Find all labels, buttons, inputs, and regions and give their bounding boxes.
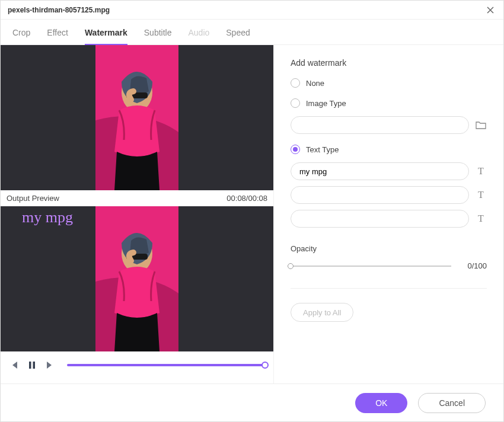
opacity-value: 0/100 bbox=[460, 261, 487, 270]
folder-icon bbox=[475, 119, 487, 131]
text-line-2-input[interactable] bbox=[291, 186, 469, 204]
opacity-label: Opacity bbox=[291, 244, 487, 253]
svg-text:T: T bbox=[478, 166, 484, 176]
cancel-button[interactable]: Cancel bbox=[418, 393, 486, 413]
svg-text:T: T bbox=[478, 190, 484, 200]
watermark-settings: Add watermark None Image Type Text Type bbox=[273, 45, 503, 383]
pause-button[interactable] bbox=[27, 360, 37, 370]
editor-dialog: pexels-thirdman-8057125.mpg Crop Effect … bbox=[0, 0, 504, 422]
text-line-3-row: T bbox=[291, 210, 487, 228]
text-style-icon: T bbox=[475, 165, 487, 177]
prev-icon bbox=[9, 360, 20, 370]
video-frame bbox=[95, 45, 178, 190]
text-line-1-input[interactable] bbox=[291, 162, 469, 180]
opacity-thumb[interactable] bbox=[288, 263, 294, 269]
output-preview: my mpg bbox=[1, 206, 273, 351]
radio-image-indicator bbox=[291, 98, 300, 108]
ok-button[interactable]: OK bbox=[355, 393, 407, 413]
output-preview-label: Output Preview bbox=[7, 194, 59, 203]
opacity-slider[interactable] bbox=[291, 266, 451, 267]
next-button[interactable] bbox=[44, 360, 55, 370]
divider bbox=[291, 288, 487, 289]
tab-crop[interactable]: Crop bbox=[12, 28, 30, 44]
watermark-overlay: my mpg bbox=[22, 209, 73, 226]
svg-rect-8 bbox=[29, 362, 31, 369]
tab-watermark[interactable]: Watermark bbox=[85, 28, 127, 44]
text-line-2-row: T bbox=[291, 186, 487, 204]
next-icon bbox=[44, 360, 55, 370]
image-path-input[interactable] bbox=[291, 116, 469, 134]
radio-none-indicator bbox=[291, 78, 300, 88]
tab-subtitle[interactable]: Subtitle bbox=[144, 28, 172, 44]
close-button[interactable] bbox=[484, 4, 496, 16]
close-icon bbox=[487, 7, 494, 14]
tab-effect[interactable]: Effect bbox=[47, 28, 68, 44]
tab-speed[interactable]: Speed bbox=[226, 28, 250, 44]
opacity-slider-row: 0/100 bbox=[291, 261, 487, 270]
window-title: pexels-thirdman-8057125.mpg bbox=[8, 6, 110, 14]
title-bar: pexels-thirdman-8057125.mpg bbox=[1, 1, 503, 20]
playback-controls bbox=[1, 351, 273, 379]
tab-audio: Audio bbox=[188, 28, 209, 44]
preview-info-bar: Output Preview 00:08/00:08 bbox=[1, 190, 273, 206]
panel-title: Add watermark bbox=[291, 58, 487, 68]
svg-rect-9 bbox=[33, 362, 36, 369]
image-path-row bbox=[291, 116, 487, 134]
radio-text[interactable]: Text Type bbox=[291, 145, 487, 154]
pause-icon bbox=[27, 360, 37, 370]
tab-bar: Crop Effect Watermark Subtitle Audio Spe… bbox=[1, 20, 503, 45]
text-style-icon: T bbox=[475, 213, 487, 225]
opacity-section: Opacity 0/100 bbox=[291, 244, 487, 270]
radio-image-label: Image Type bbox=[306, 99, 346, 108]
radio-text-label: Text Type bbox=[306, 145, 339, 154]
video-frame-output bbox=[95, 206, 178, 351]
content-area: Output Preview 00:08/00:08 bbox=[1, 45, 503, 383]
browse-button[interactable] bbox=[475, 119, 487, 131]
radio-none[interactable]: None bbox=[291, 78, 487, 88]
prev-button[interactable] bbox=[9, 360, 20, 370]
font-button-1[interactable]: T bbox=[475, 165, 487, 177]
font-button-3[interactable]: T bbox=[475, 213, 487, 225]
dialog-footer: OK Cancel bbox=[1, 383, 503, 421]
text-style-icon: T bbox=[475, 189, 487, 201]
preview-panel: Output Preview 00:08/00:08 bbox=[1, 45, 273, 383]
radio-image[interactable]: Image Type bbox=[291, 98, 487, 108]
apply-all-button[interactable]: Apply to All bbox=[291, 303, 353, 322]
preview-time: 00:08/00:08 bbox=[227, 194, 267, 203]
radio-none-label: None bbox=[306, 79, 324, 88]
text-line-3-input[interactable] bbox=[291, 210, 469, 228]
text-line-1-row: T bbox=[291, 162, 487, 180]
seek-thumb[interactable] bbox=[261, 362, 269, 369]
seek-bar[interactable] bbox=[67, 364, 265, 366]
radio-text-indicator bbox=[291, 145, 300, 154]
font-button-2[interactable]: T bbox=[475, 189, 487, 201]
svg-text:T: T bbox=[478, 213, 484, 223]
source-preview bbox=[1, 45, 273, 190]
